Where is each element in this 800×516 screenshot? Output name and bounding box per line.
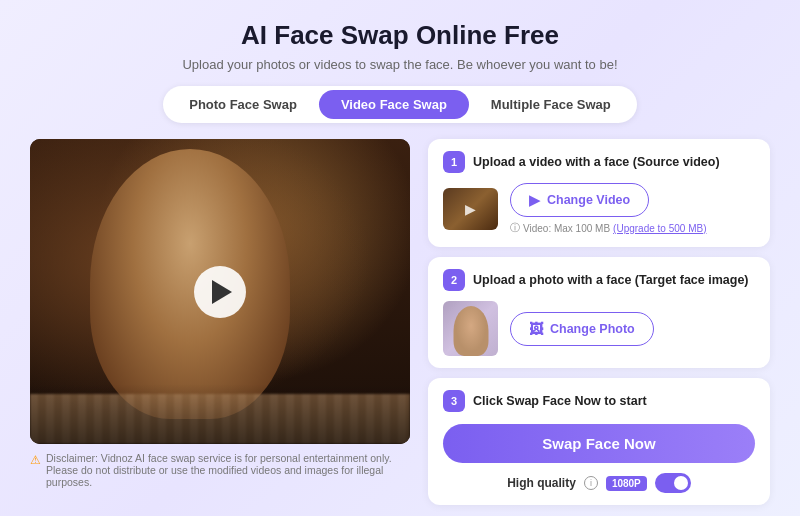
source-video-thumb (443, 188, 498, 230)
step-1-header: 1 Upload a video with a face (Source vid… (443, 151, 755, 173)
tab-bar: Photo Face Swap Video Face Swap Multiple… (163, 86, 637, 123)
upgrade-link[interactable]: (Upgrade to 500 MB) (613, 223, 706, 234)
step-1-card: 1 Upload a video with a face (Source vid… (428, 139, 770, 247)
step-3-badge: 3 (443, 390, 465, 412)
quality-info-icon: i (584, 476, 598, 490)
quality-row: High quality i 1080P (443, 473, 755, 493)
page-title: AI Face Swap Online Free (30, 20, 770, 51)
step-3-header: 3 Click Swap Face Now to start (443, 390, 755, 412)
step-2-body: 🖼 Change Photo (443, 301, 755, 356)
play-circle-icon: ▶ (529, 192, 540, 208)
video-bottom-fade (30, 384, 410, 444)
video-face-silhouette (90, 149, 290, 419)
disclaimer-text: ⚠ Disclaimer: Vidnoz AI face swap servic… (30, 452, 410, 488)
tab-video[interactable]: Video Face Swap (319, 90, 469, 119)
step-3-card: 3 Click Swap Face Now to start Swap Face… (428, 378, 770, 505)
change-photo-button[interactable]: 🖼 Change Photo (510, 312, 654, 346)
step-3-title: Click Swap Face Now to start (473, 394, 647, 408)
step-1-actions: ▶ Change Video ⓘ Video: Max 100 MB (Upgr… (510, 183, 706, 235)
swap-face-now-button[interactable]: Swap Face Now (443, 424, 755, 463)
file-limit-info: ⓘ Video: Max 100 MB (Upgrade to 500 MB) (510, 221, 706, 235)
step-1-badge: 1 (443, 151, 465, 173)
thumb-face-shape (453, 306, 488, 356)
step-1-title: Upload a video with a face (Source video… (473, 155, 720, 169)
info-circle-icon: ⓘ (510, 221, 520, 235)
image-icon: 🖼 (529, 321, 543, 337)
target-photo-thumb (443, 301, 498, 356)
step-2-badge: 2 (443, 269, 465, 291)
step-2-header: 2 Upload a photo with a face (Target fac… (443, 269, 755, 291)
change-video-button[interactable]: ▶ Change Video (510, 183, 649, 217)
step-2-title: Upload a photo with a face (Target face … (473, 273, 749, 287)
video-preview[interactable] (30, 139, 410, 444)
tab-multiple[interactable]: Multiple Face Swap (469, 90, 633, 119)
main-content: ⚠ Disclaimer: Vidnoz AI face swap servic… (30, 139, 770, 505)
step-2-card: 2 Upload a photo with a face (Target fac… (428, 257, 770, 368)
video-panel: ⚠ Disclaimer: Vidnoz AI face swap servic… (30, 139, 410, 488)
page-subtitle: Upload your photos or videos to swap the… (30, 57, 770, 72)
page-wrapper: AI Face Swap Online Free Upload your pho… (0, 0, 800, 516)
tab-photo[interactable]: Photo Face Swap (167, 90, 319, 119)
step-1-body: ▶ Change Video ⓘ Video: Max 100 MB (Upgr… (443, 183, 755, 235)
page-header: AI Face Swap Online Free Upload your pho… (30, 20, 770, 72)
quality-badge: 1080P (606, 476, 647, 491)
right-panel: 1 Upload a video with a face (Source vid… (428, 139, 770, 505)
quality-label: High quality (507, 476, 576, 490)
quality-toggle[interactable] (655, 473, 691, 493)
disclaimer-icon: ⚠ (30, 453, 41, 467)
play-icon (212, 280, 232, 304)
play-button[interactable] (194, 266, 246, 318)
